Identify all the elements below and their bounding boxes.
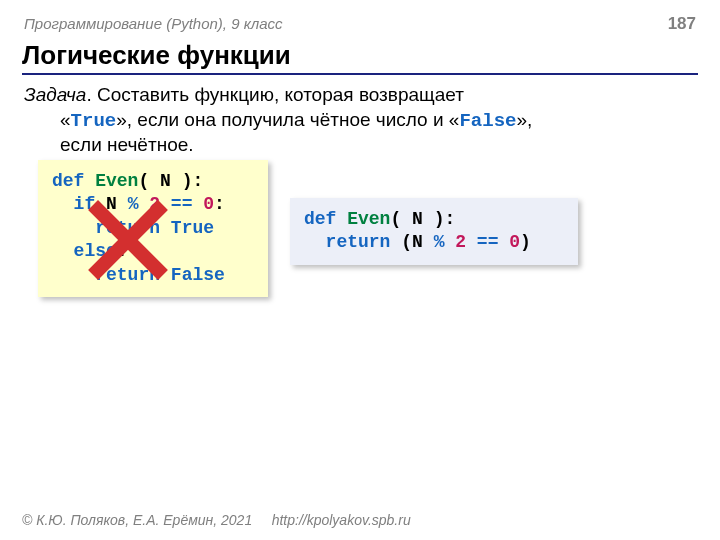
- task-mid: », если она получила чётное число и «: [116, 109, 459, 130]
- task-q1: «: [60, 109, 71, 130]
- sig-rest: ( N ):: [138, 171, 203, 191]
- task-rest1: . Составить функцию, которая возвращает: [86, 84, 463, 105]
- kw-return3: return: [304, 232, 401, 252]
- op-mod2: %: [423, 232, 455, 252]
- copyright: © К.Ю. Поляков, Е.А. Ерёмин, 2021: [22, 512, 252, 528]
- op-mod: %: [117, 194, 149, 214]
- var-n: N: [106, 194, 117, 214]
- course-label: Программирование (Python), 9 класс: [24, 15, 283, 32]
- num-2: 2: [149, 194, 160, 214]
- fn-even: Even: [95, 171, 138, 191]
- page-number: 187: [668, 14, 696, 34]
- op-eq: ==: [160, 194, 203, 214]
- true-literal: True: [71, 110, 117, 132]
- fn-even2: Even: [347, 209, 390, 229]
- task-q2: »,: [516, 109, 532, 130]
- num-0b: 0: [509, 232, 520, 252]
- op-eq2: ==: [466, 232, 509, 252]
- task-text: Задача. Составить функцию, которая возвр…: [22, 83, 698, 158]
- slide-root: Программирование (Python), 9 класс 187 Л…: [0, 0, 720, 540]
- footer-url[interactable]: http://kpolyakov.spb.ru: [272, 512, 411, 528]
- task-line3: если нечётное.: [24, 133, 698, 158]
- lit-false: False: [171, 265, 225, 285]
- colon2: :: [117, 241, 128, 261]
- lit-true: True: [171, 218, 214, 238]
- num-2b: 2: [455, 232, 466, 252]
- code-long-box: def Even( N ): if N % 2 == 0: return Tru…: [38, 160, 268, 297]
- slide-header: Программирование (Python), 9 класс 187: [22, 14, 698, 34]
- colon1: :: [214, 194, 225, 214]
- kw-def: def: [52, 171, 95, 191]
- sig-rest2: ( N ):: [390, 209, 455, 229]
- slide-footer: © К.Ю. Поляков, Е.А. Ерёмин, 2021 http:/…: [22, 512, 411, 528]
- false-literal: False: [459, 110, 516, 132]
- kw-def2: def: [304, 209, 347, 229]
- kw-return2: return: [52, 265, 171, 285]
- kw-return1: return: [52, 218, 171, 238]
- paren-open: (N: [401, 232, 423, 252]
- num-0: 0: [203, 194, 214, 214]
- slide-title: Логические функции: [22, 40, 698, 75]
- paren-close: ): [520, 232, 531, 252]
- kw-if: if: [52, 194, 106, 214]
- kw-else: else: [52, 241, 117, 261]
- code-short-box: def Even( N ): return (N % 2 == 0): [290, 198, 578, 265]
- task-label: Задача: [24, 84, 86, 105]
